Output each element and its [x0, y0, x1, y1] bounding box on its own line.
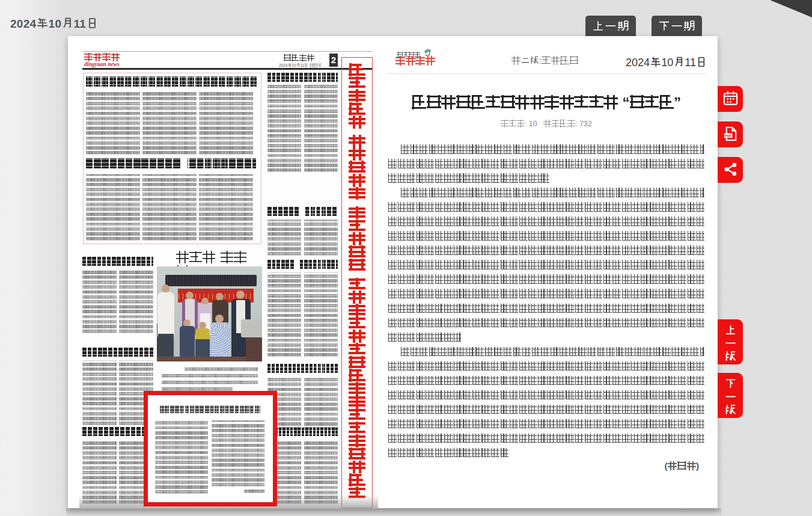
svg-text:PDF: PDF	[724, 134, 731, 138]
